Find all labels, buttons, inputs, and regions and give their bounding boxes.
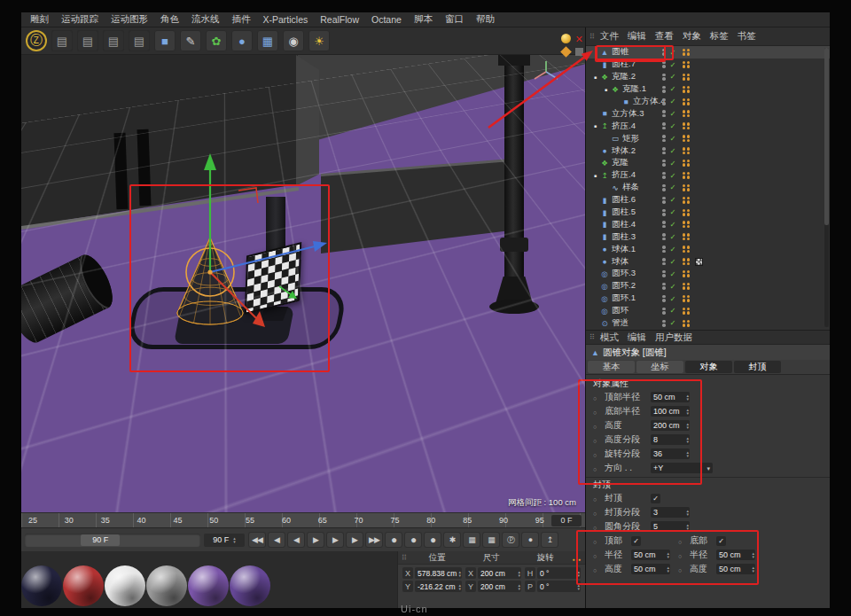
cube-primitive-icon[interactable]: ■	[154, 30, 176, 51]
layer-dots-icon[interactable]	[683, 246, 691, 253]
stepper-arrows-icon[interactable]	[458, 583, 461, 590]
stepper-arrows-icon[interactable]	[686, 408, 689, 415]
enable-check-icon[interactable]: ✓	[670, 85, 678, 93]
timeline-slider[interactable]: 90 F	[25, 534, 200, 547]
coordinate-input[interactable]: 578.838 cm	[415, 567, 462, 579]
attribute-tab[interactable]: 坐标	[636, 361, 683, 373]
anim-dot-icon[interactable]	[678, 536, 686, 546]
visibility-dots-icon[interactable]	[662, 98, 666, 105]
layer-dots-icon[interactable]	[683, 308, 691, 315]
stepper-arrows-icon[interactable]	[686, 394, 689, 401]
stepper-arrows-icon[interactable]	[752, 551, 754, 558]
viewport-3d[interactable]: 网格间距 : 100 cm	[21, 55, 585, 512]
enable-check-icon[interactable]: ✓	[670, 122, 678, 130]
menu-item[interactable]: RealFlow	[320, 14, 359, 25]
expand-toggle-icon[interactable]: ■	[591, 123, 599, 129]
object-row[interactable]: ▮ 圆柱.6 ✓	[586, 194, 830, 207]
menu-item[interactable]: 运动图形	[111, 13, 148, 26]
field-input[interactable]: 50 cm	[716, 564, 755, 574]
record-position-button[interactable]: ▦	[463, 532, 480, 548]
record-scale-button[interactable]: ▦	[482, 532, 500, 548]
enable-check-icon[interactable]: ✓	[670, 147, 678, 155]
object-row[interactable]: ▮ 圆柱.4 ✓	[586, 218, 830, 230]
menu-item[interactable]: 雕刻	[30, 13, 49, 26]
play-button[interactable]: ▶	[307, 532, 324, 548]
menu-item[interactable]: 脚本	[414, 13, 433, 26]
volume-icon[interactable]: ●	[231, 30, 253, 51]
record-keyframe-button[interactable]: ●	[385, 532, 402, 548]
object-row[interactable]: ▮ 圆柱.5 ✓	[586, 207, 830, 219]
panel-corner-icons[interactable]	[573, 553, 582, 563]
object-row[interactable]: ■ 立方体.4 ✓	[586, 96, 830, 108]
layer-dots-icon[interactable]	[683, 258, 691, 265]
object-row[interactable]: ◎ 圆环.1 ✓	[586, 292, 830, 305]
stepper-arrows-icon[interactable]	[752, 565, 754, 573]
stepper-arrows-icon[interactable]	[518, 570, 520, 577]
timeline-slider-knob[interactable]: 90 F	[81, 534, 120, 546]
visibility-dots-icon[interactable]	[662, 49, 666, 56]
layer-dots-icon[interactable]	[683, 172, 691, 179]
scrollbar-thumb[interactable]	[824, 48, 829, 225]
visibility-dots-icon[interactable]	[662, 246, 666, 253]
object-row[interactable]: ◎ 圆环 ✓	[586, 305, 830, 317]
anim-dot-icon[interactable]	[593, 522, 601, 532]
anim-dot-icon[interactable]	[593, 464, 601, 473]
visibility-dots-icon[interactable]	[662, 308, 666, 315]
visibility-dots-icon[interactable]	[662, 160, 666, 167]
menu-item[interactable]: 标签	[710, 30, 729, 43]
attribute-tab[interactable]: 对象	[685, 361, 732, 373]
stepper-arrows-icon[interactable]	[458, 570, 461, 577]
enable-check-icon[interactable]: ✓	[670, 270, 678, 278]
visibility-dots-icon[interactable]	[662, 197, 666, 204]
layout-icon[interactable]	[575, 48, 583, 56]
enable-check-icon[interactable]: ✓	[670, 183, 678, 191]
menu-item[interactable]: 文件	[600, 30, 619, 43]
stepper-arrows-icon[interactable]	[518, 583, 520, 590]
stepper-arrows-icon[interactable]	[577, 583, 580, 590]
enable-check-icon[interactable]: ✓	[670, 196, 678, 204]
visibility-dots-icon[interactable]	[662, 135, 666, 142]
pole-object[interactable]	[504, 55, 524, 308]
object-row[interactable]: ● 球体 ✓	[586, 255, 830, 268]
light-object-icon[interactable]	[561, 34, 571, 43]
anim-dot-icon[interactable]	[678, 565, 686, 574]
bottom-checkbox[interactable]: ✓	[716, 536, 726, 546]
render-view-icon[interactable]: ▤	[51, 30, 73, 51]
autokey-button[interactable]: ●	[404, 532, 422, 548]
record-parameter-button[interactable]: Ⓟ	[502, 532, 519, 548]
field-input[interactable]: 3	[651, 507, 690, 518]
render-queue-icon[interactable]: ▤	[129, 30, 150, 51]
anim-dot-icon[interactable]	[593, 407, 601, 417]
object-row[interactable]: ❖ 克隆 ✓	[586, 157, 830, 169]
menu-item[interactable]: 模式	[600, 331, 619, 344]
anim-dot-icon[interactable]	[593, 449, 601, 459]
stepper-arrows-icon[interactable]	[577, 570, 580, 577]
object-row[interactable]: ◎ 圆环.3 ✓	[586, 268, 830, 280]
menu-item[interactable]: 角色	[160, 13, 179, 26]
enable-check-icon[interactable]: ✓	[670, 135, 678, 143]
field-input[interactable]: 50 cm	[716, 550, 755, 560]
layer-dots-icon[interactable]	[683, 61, 691, 68]
top-checkbox[interactable]: ✓	[631, 536, 641, 546]
material-sphere[interactable]	[105, 565, 145, 606]
field-input[interactable]: 5	[651, 521, 690, 532]
enable-check-icon[interactable]: ✓	[670, 283, 678, 291]
anim-dot-icon[interactable]	[593, 508, 601, 518]
menu-item[interactable]: 对象	[683, 30, 701, 43]
visibility-dots-icon[interactable]	[662, 61, 666, 68]
layer-dots-icon[interactable]	[683, 49, 691, 56]
layer-dots-icon[interactable]	[683, 135, 691, 142]
visibility-dots-icon[interactable]	[662, 86, 666, 93]
visibility-dots-icon[interactable]	[662, 258, 666, 265]
menu-item[interactable]: 帮助	[476, 13, 495, 26]
menu-item[interactable]: X-Particles	[263, 14, 308, 25]
cone-object[interactable]	[169, 230, 251, 330]
layer-dots-icon[interactable]	[683, 184, 691, 191]
object-row[interactable]: ▮ 圆柱.3 ✓	[586, 230, 830, 243]
enable-check-icon[interactable]: ✓	[670, 319, 678, 327]
prev-frame-button[interactable]: ◀	[287, 532, 305, 548]
layer-dots-icon[interactable]	[683, 98, 691, 105]
panel-grip-icon[interactable]	[589, 33, 595, 41]
layer-dots-icon[interactable]	[683, 295, 691, 302]
menu-item[interactable]: Octane	[371, 14, 402, 25]
